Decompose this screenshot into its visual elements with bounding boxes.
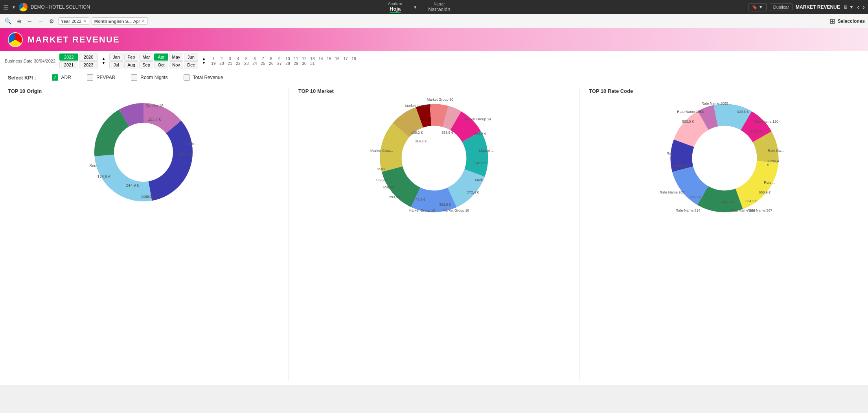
month-filter-close[interactable]: ✕ <box>142 18 145 24</box>
month-filter[interactable]: Month English S... Apr ✕ <box>92 17 148 25</box>
day-2[interactable]: 2 <box>218 57 226 61</box>
day-19[interactable]: 19 <box>210 61 217 66</box>
sheet-options-icon[interactable]: 🖥 ▼ <box>843 4 854 10</box>
nav-prev-button[interactable]: ‹ <box>857 3 859 11</box>
narrate-section[interactable]: Narrar Narración <box>428 2 450 12</box>
month-scroll-up[interactable]: ▲ <box>202 57 206 61</box>
year-2023[interactable]: 2023 <box>79 61 98 68</box>
day-10[interactable]: 10 <box>284 57 292 61</box>
year-2021[interactable]: 2021 <box>59 61 78 68</box>
day-17[interactable]: 17 <box>342 57 349 61</box>
day-8[interactable]: 8 <box>267 57 275 61</box>
month-oct[interactable]: Oct <box>154 61 168 68</box>
month-mar[interactable]: Mar <box>139 53 153 61</box>
market-value-19: 448,9 € <box>414 197 425 201</box>
year-filter-close[interactable]: ✕ <box>83 18 86 24</box>
analyze-arrow[interactable]: ▼ <box>413 5 417 9</box>
day-26[interactable]: 26 <box>267 61 275 66</box>
chart-origin-donut[interactable]: Source 16 103,7 € Sourc... 337,5 € Sourc… <box>88 97 199 207</box>
day-13[interactable]: 13 <box>309 57 316 61</box>
settings-button[interactable]: ⚙ <box>48 17 56 25</box>
year-scroll-up[interactable]: ▲ <box>102 57 105 61</box>
year-filter[interactable]: Year 2022 ✕ <box>58 17 89 25</box>
day-29[interactable]: 29 <box>292 61 300 66</box>
month-dec[interactable]: Dec <box>184 61 198 68</box>
kpi-select-label: Select KPI : <box>8 75 36 81</box>
kpi-room-nights-checkbox[interactable] <box>131 74 137 81</box>
month-may[interactable]: May <box>169 53 183 61</box>
menu-icon[interactable]: ☰ <box>3 4 9 11</box>
zoom-button[interactable]: ⊕ <box>15 17 23 25</box>
day-12[interactable]: 12 <box>300 57 308 61</box>
day-1[interactable]: 1 <box>210 57 217 61</box>
sheet-name-display: MARKET REVENUE <box>796 4 840 10</box>
month-jun[interactable]: Jun <box>184 53 198 61</box>
day-11[interactable]: 11 <box>292 57 300 61</box>
selections-button[interactable]: Selecciones <box>838 18 865 24</box>
month-scroll-down[interactable]: ▼ <box>202 61 206 65</box>
day-3[interactable]: 3 <box>226 57 234 61</box>
search-button[interactable]: 🔍 <box>3 17 13 25</box>
forward-button[interactable]: → <box>37 17 45 25</box>
month-aug[interactable]: Aug <box>124 61 138 68</box>
day-31[interactable]: 31 <box>309 61 316 66</box>
day-18[interactable]: 18 <box>350 57 358 61</box>
day-22[interactable]: 22 <box>234 61 242 66</box>
day-24[interactable]: 24 <box>251 61 259 66</box>
day-9[interactable]: 9 <box>276 57 283 61</box>
day-23[interactable]: 23 <box>243 61 250 66</box>
kpi-adr[interactable]: ✓ ADR <box>52 74 71 81</box>
day-14[interactable]: 14 <box>317 57 325 61</box>
duplicate-button[interactable]: Duplicar <box>770 3 793 11</box>
month-nov[interactable]: Nov <box>169 61 183 68</box>
chart-market-donut[interactable]: Market Group 30 Market Group 24 Market G… <box>373 97 495 219</box>
day-6[interactable]: 6 <box>251 57 259 61</box>
day-27[interactable]: 27 <box>276 61 283 66</box>
day-15[interactable]: 15 <box>325 57 333 61</box>
day-20[interactable]: 20 <box>218 61 226 66</box>
bookmark-button[interactable]: 🔖 ▼ <box>748 3 767 11</box>
market-label-market: Market ... <box>479 149 494 153</box>
page-header: MARKET REVENUE <box>0 28 868 51</box>
dropdown-icon[interactable]: ▼ <box>12 5 16 9</box>
month-feb[interactable]: Feb <box>124 53 138 61</box>
month-sep[interactable]: Sep <box>139 61 153 68</box>
day-28[interactable]: 28 <box>284 61 292 66</box>
year-scroll-arrows: ▲ ▼ <box>102 57 105 65</box>
market-label-market2: Market... <box>383 185 397 189</box>
kpi-total-revenue[interactable]: Total Revenue <box>184 74 223 81</box>
month-jul[interactable]: Jul <box>109 61 123 68</box>
day-16[interactable]: 16 <box>333 57 341 61</box>
kpi-revpar[interactable]: REVPAR <box>87 74 115 81</box>
month-filter-value: Apr <box>133 19 140 24</box>
market-label-14: Market Group 14 <box>465 117 491 121</box>
day-4[interactable]: 4 <box>234 57 242 61</box>
chart-rate: TOP 10 Rate Code <box>581 88 868 381</box>
svg-point-19 <box>403 127 465 190</box>
month-jan[interactable]: Jan <box>109 53 123 61</box>
rate-value-120: 633,0 € <box>750 129 762 133</box>
year-2022[interactable]: 2022 <box>59 53 78 61</box>
rate-label-na: Rate Na... <box>768 149 784 153</box>
day-7[interactable]: 7 <box>259 57 267 61</box>
analyze-section[interactable]: Analizar Hoja <box>388 2 402 13</box>
kpi-room-nights[interactable]: Room Nights <box>131 74 167 81</box>
market-value-14: 353,5 € <box>474 132 486 136</box>
year-scroll-down[interactable]: ▼ <box>102 61 105 65</box>
day-5[interactable]: 5 <box>243 57 250 61</box>
market-label-grou: Market Grou... <box>370 149 393 153</box>
month-apr[interactable]: Apr <box>154 53 168 61</box>
day-30[interactable]: 30 <box>300 61 308 66</box>
back-button[interactable]: ← <box>26 17 34 25</box>
chart-market-title: TOP 10 Market <box>294 88 334 94</box>
rate-label-rate: Rate ... <box>764 181 775 184</box>
kpi-revpar-checkbox[interactable] <box>87 74 93 81</box>
day-21[interactable]: 21 <box>226 61 234 66</box>
kpi-adr-checkbox[interactable]: ✓ <box>52 74 58 81</box>
kpi-total-revenue-checkbox[interactable] <box>184 74 190 81</box>
chart-rate-donut[interactable]: Rate Name 1065 Rate Name 1056 583,0 € 42… <box>664 97 785 219</box>
day-25[interactable]: 25 <box>259 61 267 66</box>
nav-next-button[interactable]: › <box>862 3 865 11</box>
origin-label-source16: Source 16 <box>145 104 164 108</box>
year-2020[interactable]: 2020 <box>79 53 98 61</box>
